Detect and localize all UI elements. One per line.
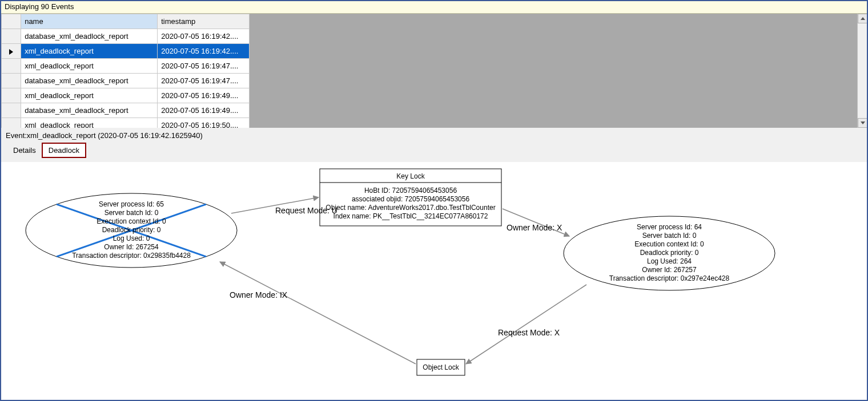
event-detail-panel: Event:xml_deadlock_report (2020-07-05 16… bbox=[1, 128, 867, 400]
edge-label-request-u: Request Mode: U bbox=[275, 206, 337, 215]
scroll-down-button[interactable] bbox=[858, 118, 867, 128]
event-detail-label: Event:xml_deadlock_report (2020-07-05 16… bbox=[1, 128, 867, 142]
key-lock-line: associated objid: 72057594065453056 bbox=[352, 195, 470, 203]
cell-name: database_xml_deadlock_report bbox=[21, 29, 158, 44]
edge-label-request-x: Request Mode: X bbox=[498, 328, 560, 337]
tab-details[interactable]: Details bbox=[7, 143, 42, 157]
cell-timestamp: 2020-07-05 16:19:42.... bbox=[158, 29, 250, 44]
cell-name: xml_deadlock_report bbox=[21, 88, 158, 103]
detail-tab-row: Details Deadlock bbox=[1, 142, 867, 157]
cell-name: xml_deadlock_report bbox=[21, 44, 158, 59]
cell-timestamp: 2020-07-05 16:19:47.... bbox=[158, 74, 250, 88]
caret-up-icon bbox=[861, 17, 865, 20]
process-victim-line: Deadlock priority: 0 bbox=[102, 226, 161, 234]
table-row[interactable]: xml_deadlock_report2020-07-05 16:19:42..… bbox=[2, 44, 250, 59]
scroll-up-button[interactable] bbox=[858, 14, 867, 23]
process-victim-line: Server batch Id: 0 bbox=[105, 209, 159, 217]
table-row[interactable]: database_xml_deadlock_report2020-07-05 1… bbox=[2, 74, 250, 88]
object-lock-title: Object Lock bbox=[423, 363, 459, 371]
row-header bbox=[2, 44, 21, 59]
process-line: Deadlock priority: 0 bbox=[640, 249, 699, 257]
process-line: Log Used: 264 bbox=[647, 257, 692, 265]
process-victim-line: Log Used: 0 bbox=[113, 234, 150, 242]
events-count-banner: Displaying 90 Events bbox=[1, 1, 867, 14]
edge-request-x bbox=[466, 285, 586, 364]
process-victim-line: Owner Id: 267254 bbox=[104, 243, 159, 251]
edge-owner-ix bbox=[220, 262, 416, 364]
row-header bbox=[2, 88, 21, 103]
key-lock-line: Object name: AdventureWorks2017.dbo.Test… bbox=[326, 204, 495, 212]
cell-timestamp: 2020-07-05 16:19:42.... bbox=[158, 44, 250, 59]
cell-timestamp: 2020-07-05 16:19:49.... bbox=[158, 103, 250, 118]
row-header bbox=[2, 59, 21, 74]
row-header bbox=[2, 74, 21, 88]
row-header-corner bbox=[2, 14, 21, 29]
cell-timestamp: 2020-07-05 16:19:49.... bbox=[158, 88, 250, 103]
table-row[interactable]: database_xml_deadlock_report2020-07-05 1… bbox=[2, 29, 250, 44]
row-header bbox=[2, 29, 21, 44]
process-victim-line: Execution context Id: 0 bbox=[97, 217, 166, 225]
events-grid-area: name timestamp database_xml_deadlock_rep… bbox=[1, 14, 867, 128]
row-indicator-icon bbox=[9, 49, 13, 55]
caret-down-icon bbox=[861, 121, 865, 124]
process-victim-line: Transaction descriptor: 0x29835fb4428 bbox=[72, 252, 191, 260]
process-line: Owner Id: 267257 bbox=[642, 266, 697, 274]
key-lock-line: HoBt ID: 72057594065453056 bbox=[364, 187, 457, 195]
column-header-timestamp[interactable]: timestamp bbox=[158, 14, 250, 29]
cell-name: database_xml_deadlock_report bbox=[21, 103, 158, 118]
row-header bbox=[2, 103, 21, 118]
process-victim-line: Server process Id: 65 bbox=[99, 200, 164, 208]
cell-name: database_xml_deadlock_report bbox=[21, 74, 158, 88]
deadlock-diagram[interactable]: Key LockHoBt ID: 72057594065453056associ… bbox=[1, 162, 867, 400]
events-grid[interactable]: name timestamp database_xml_deadlock_rep… bbox=[1, 14, 250, 133]
cell-name: xml_deadlock_report bbox=[21, 59, 158, 74]
process-line: Execution context Id: 0 bbox=[634, 240, 704, 248]
process-line: Server batch Id: 0 bbox=[642, 232, 697, 240]
table-row[interactable]: database_xml_deadlock_report2020-07-05 1… bbox=[2, 103, 250, 118]
grid-vertical-scrollbar[interactable] bbox=[857, 14, 867, 128]
table-row[interactable]: xml_deadlock_report2020-07-05 16:19:47..… bbox=[2, 59, 250, 74]
edge-label-owner-ix: Owner Mode: IX bbox=[230, 290, 288, 299]
table-row[interactable]: xml_deadlock_report2020-07-05 16:19:49..… bbox=[2, 88, 250, 103]
events-count-label: Displaying 90 Events bbox=[5, 2, 74, 11]
process-line: Transaction descriptor: 0x297e24ec428 bbox=[609, 274, 730, 282]
cell-timestamp: 2020-07-05 16:19:47.... bbox=[158, 59, 250, 74]
tab-deadlock[interactable]: Deadlock bbox=[42, 143, 86, 157]
edge-label-owner-x: Owner Mode: X bbox=[507, 223, 562, 232]
key-lock-line: Index name: PK__TestTblC__3214EC077A8601… bbox=[333, 212, 488, 220]
process-line: Server process Id: 64 bbox=[637, 223, 702, 231]
key-lock-title: Key Lock bbox=[396, 172, 425, 180]
column-header-name[interactable]: name bbox=[21, 14, 158, 29]
